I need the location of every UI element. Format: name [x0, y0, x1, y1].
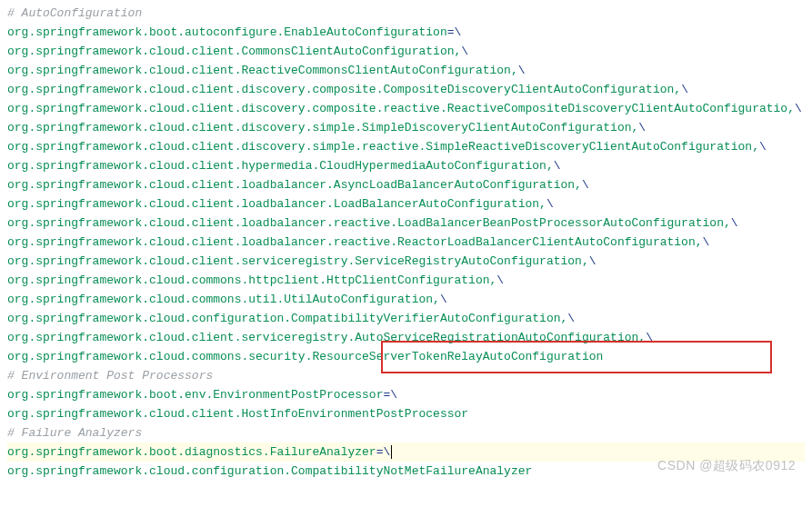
failure-values: org.springframework.cloud.configuration.…: [7, 462, 805, 481]
config-value-line: org.springframework.cloud.client.loadbal…: [7, 233, 805, 252]
config-value-line: org.springframework.cloud.configuration.…: [7, 309, 805, 328]
config-value-line: org.springframework.cloud.client.loadbal…: [7, 194, 805, 214]
config-value-line: org.springframework.cloud.client.discove…: [7, 80, 805, 99]
autoconfig-values: org.springframework.cloud.client.Commons…: [7, 42, 805, 366]
config-value-line: org.springframework.cloud.client.discove…: [7, 137, 805, 156]
config-value-line: org.springframework.cloud.client.service…: [7, 252, 805, 271]
config-value-line: org.springframework.cloud.client.HostInf…: [7, 404, 805, 423]
text-cursor: [391, 445, 392, 459]
key-enable-auto: org.springframework.boot.autoconfigure.E…: [7, 23, 805, 42]
key-envpost: org.springframework.boot.env.Environment…: [7, 385, 805, 404]
config-value-line: org.springframework.cloud.client.hyperme…: [7, 156, 805, 175]
config-value-line: org.springframework.cloud.client.discove…: [7, 118, 805, 137]
code-container: # AutoConfiguration org.springframework.…: [7, 4, 805, 481]
config-value-line: org.springframework.cloud.client.Reactiv…: [7, 61, 805, 80]
config-value-line: org.springframework.cloud.commons.securi…: [7, 347, 805, 366]
config-value-line: org.springframework.cloud.commons.httpcl…: [7, 271, 805, 290]
config-value-line: org.springframework.cloud.client.loadbal…: [7, 175, 805, 194]
config-value-line: org.springframework.cloud.client.discove…: [7, 99, 805, 118]
envpost-values: org.springframework.cloud.client.HostInf…: [7, 404, 805, 423]
config-value-line: org.springframework.cloud.configuration.…: [7, 462, 805, 481]
config-value-line: org.springframework.cloud.client.Commons…: [7, 42, 805, 61]
comment-autoconfig: # AutoConfiguration: [7, 4, 805, 23]
config-value-line: org.springframework.cloud.client.service…: [7, 328, 805, 347]
key-failure[interactable]: org.springframework.boot.diagnostics.Fai…: [7, 442, 805, 462]
comment-failure: # Failure Analyzers: [7, 423, 805, 442]
config-value-line: org.springframework.cloud.commons.util.U…: [7, 290, 805, 309]
comment-envpost: # Environment Post Processors: [7, 366, 805, 385]
config-value-line: org.springframework.cloud.client.loadbal…: [7, 214, 805, 233]
